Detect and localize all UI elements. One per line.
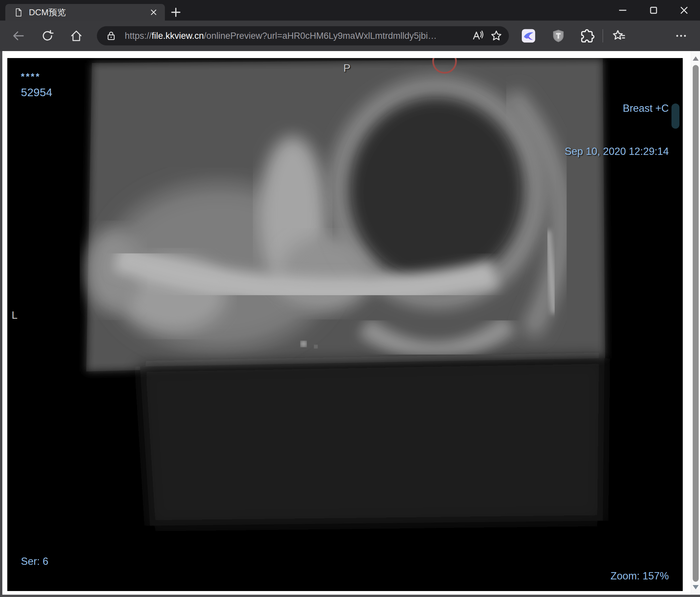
window-bottom-border <box>0 595 700 597</box>
url-protocol: https:// <box>125 31 152 41</box>
download-manager-extension-button[interactable] <box>520 27 538 45</box>
maximize-icon <box>649 6 658 15</box>
new-tab-button[interactable] <box>168 5 183 20</box>
back-button[interactable] <box>9 27 28 45</box>
study-info-overlay: Breast +C Sep 10, 2020 12:29:14 <box>565 72 669 188</box>
dicom-viewer[interactable]: **** 52954 Breast +C Sep 10, 2020 12:29:… <box>7 58 683 591</box>
favorites-button[interactable] <box>610 27 628 45</box>
url-path: /onlinePreview?url=aHR0cHM6Ly9maWxlLmtrd… <box>204 31 437 41</box>
orientation-marker-posterior: P <box>343 62 350 74</box>
home-icon <box>70 29 83 43</box>
study-datetime: Sep 10, 2020 12:29:14 <box>565 145 669 159</box>
bird-extension-icon <box>521 28 536 43</box>
series-info-overlay: Ser: 6 Img: 201 1/545 512 x 512 Loc: 109… <box>21 525 168 591</box>
window-minimize-button[interactable] <box>612 0 633 21</box>
close-icon <box>680 6 689 15</box>
tab-bar: DCM预览 <box>0 0 700 21</box>
series-scroll-thumb[interactable] <box>672 103 679 129</box>
refresh-icon <box>41 29 54 43</box>
read-aloud-icon <box>471 29 484 42</box>
window-close-button[interactable] <box>673 0 695 21</box>
zoom-level: Zoom: 157% <box>551 569 669 583</box>
ellipsis-icon <box>674 29 688 43</box>
shield-t-icon <box>551 29 565 43</box>
window-maximize-button[interactable] <box>643 0 664 21</box>
star-icon <box>490 29 503 42</box>
lock-icon <box>105 30 117 42</box>
browser-window: DCM预览 <box>0 0 700 597</box>
plus-icon <box>171 7 181 17</box>
url-domain: file.kkview.cn <box>152 31 204 41</box>
extensions-button[interactable] <box>578 27 596 45</box>
profile-avatar[interactable] <box>640 27 658 45</box>
scrollbar-down-arrow-icon[interactable] <box>693 585 699 589</box>
masked-name-overlay: **** <box>21 71 41 82</box>
favorites-star-list-icon <box>612 28 626 43</box>
back-arrow-icon <box>11 29 25 43</box>
navigation-toolbar: https://file.kkview.cn/onlinePreview?url… <box>0 21 700 51</box>
settings-menu-button[interactable] <box>672 27 690 45</box>
series-number: Ser: 6 <box>21 554 168 569</box>
study-description: Breast +C <box>565 102 669 115</box>
toolbar-divider <box>602 29 603 43</box>
display-info-overlay: Zoom: 157% W: 778 L: 389 Lossless / Unco… <box>551 540 669 591</box>
address-bar[interactable]: https://file.kkview.cn/onlinePreview?url… <box>97 26 509 46</box>
window-left-border <box>0 51 2 597</box>
url-text[interactable]: https://file.kkview.cn/onlinePreview?url… <box>125 31 469 41</box>
home-button[interactable] <box>67 27 85 45</box>
page-content: **** 52954 Breast +C Sep 10, 2020 12:29:… <box>0 51 700 597</box>
scrollbar-thumb[interactable] <box>693 65 699 582</box>
orientation-marker-left: L <box>11 309 18 321</box>
tab-title: DCM预览 <box>29 7 147 18</box>
tampermonkey-extension-button[interactable] <box>549 27 567 45</box>
refresh-button[interactable] <box>38 27 57 45</box>
page-scrollbar[interactable] <box>691 51 700 595</box>
tab-dcm-preview[interactable]: DCM预览 <box>5 4 165 21</box>
scrollbar-up-arrow-icon[interactable] <box>693 56 699 61</box>
patient-id-overlay: 52954 <box>21 86 52 99</box>
read-aloud-button[interactable] <box>469 28 487 44</box>
minimize-icon <box>618 6 627 15</box>
favorite-this-page-button[interactable] <box>487 28 506 44</box>
puzzle-piece-icon <box>580 28 595 43</box>
document-favicon-icon <box>14 8 23 17</box>
tab-close-icon[interactable] <box>147 6 160 19</box>
